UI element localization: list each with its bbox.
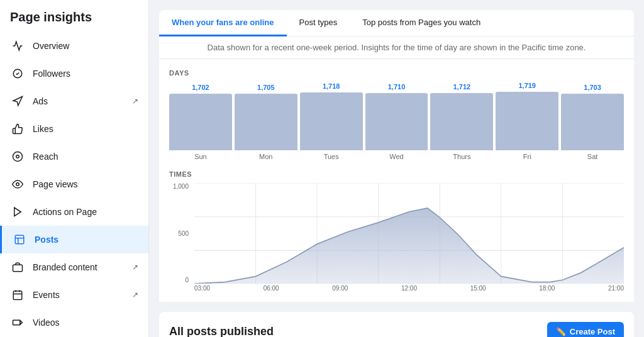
day-col-tues: 1,718 Tues <box>300 82 363 160</box>
sidebar-item-reach[interactable]: Reach <box>0 143 148 170</box>
day-bar <box>496 92 558 150</box>
day-bar <box>561 94 624 150</box>
svg-marker-12 <box>20 321 23 325</box>
day-count: 1,703 <box>584 84 601 91</box>
posts-section-title: All posts published <box>169 325 274 337</box>
sidebar-item-ads[interactable]: Ads ↗ <box>0 87 148 115</box>
chart-icon <box>10 38 25 53</box>
x-axis-label: 21:00 <box>608 285 624 292</box>
likes-icon <box>10 121 25 136</box>
tabs-container: When your fans are onlinePost typesTop p… <box>159 10 634 36</box>
svg-point-2 <box>16 183 19 186</box>
sidebar-item-videos[interactable]: Videos <box>0 309 148 336</box>
sidebar-title: Page insights <box>0 0 148 32</box>
day-col-fri: 1,719 Fri <box>496 82 558 160</box>
sidebar-item-followers[interactable]: Followers <box>0 60 148 87</box>
x-axis-label: 09:00 <box>332 285 348 292</box>
events-icon <box>10 287 25 302</box>
sidebar-item-page-views[interactable]: Page views <box>0 170 148 198</box>
create-post-button[interactable]: ✏️ Create Post <box>547 322 624 337</box>
sidebar: Page insights Overview Followers Ads ↗ L… <box>0 0 149 337</box>
tab-when-fans-online[interactable]: When your fans are online <box>159 10 287 36</box>
followers-icon <box>10 66 25 81</box>
sidebar-item-label: Events <box>33 290 60 300</box>
external-link-icon: ↗ <box>132 263 138 272</box>
sidebar-item-overview[interactable]: Overview <box>0 32 148 60</box>
y-axis: 1,000 500 0 <box>169 183 191 284</box>
x-axis-label: 15:00 <box>470 285 486 292</box>
tab-top-posts[interactable]: Top posts from Pages you watch <box>350 10 493 36</box>
day-count: 1,718 <box>323 82 340 90</box>
videos-icon <box>10 315 25 330</box>
reach-icon <box>10 149 25 164</box>
day-col-sun: 1,702 Sun <box>169 84 232 160</box>
sidebar-item-label: Likes <box>33 124 53 134</box>
x-axis-label: 06:00 <box>264 285 279 292</box>
cursor-icon <box>10 204 25 219</box>
svg-point-0 <box>13 152 23 162</box>
day-name: Thurs <box>453 153 470 160</box>
pencil-icon: ✏️ <box>556 327 566 336</box>
svg-rect-3 <box>15 235 24 244</box>
sidebar-item-actions-on-page[interactable]: Actions on Page <box>0 198 148 226</box>
chart-section: DAYS 1,702 Sun 1,705 Mon 1,718 Tues 1,71… <box>159 59 634 302</box>
x-axis-label: 12:00 <box>401 285 417 292</box>
eye-icon <box>10 177 25 192</box>
day-col-sat: 1,703 Sat <box>561 84 624 160</box>
info-bar: Data shown for a recent one-week period.… <box>159 36 634 59</box>
posts-icon <box>12 232 27 247</box>
sidebar-item-branded-content[interactable]: Branded content ↗ <box>0 253 148 281</box>
day-col-wed: 1,710 Wed <box>365 83 428 160</box>
day-col-mon: 1,705 Mon <box>235 84 297 160</box>
sidebar-item-label: Overview <box>33 41 69 51</box>
sidebar-item-label: Reach <box>33 152 58 162</box>
sidebar-item-label: Actions on Page <box>33 207 97 217</box>
days-label: DAYS <box>169 69 624 77</box>
tab-post-types[interactable]: Post types <box>287 10 350 36</box>
days-chart: 1,702 Sun 1,705 Mon 1,718 Tues 1,710 Wed… <box>169 82 624 160</box>
day-count: 1,712 <box>453 83 471 91</box>
day-count: 1,705 <box>257 84 275 91</box>
day-count: 1,702 <box>192 84 209 91</box>
posts-header: All posts published ✏️ Create Post <box>159 312 634 337</box>
sidebar-item-events[interactable]: Events ↗ <box>0 281 148 309</box>
sidebar-item-label: Page views <box>33 179 78 189</box>
day-name: Mon <box>259 153 272 160</box>
day-name: Fri <box>523 153 531 160</box>
x-axis-label: 18:00 <box>539 285 555 292</box>
sidebar-item-label: Videos <box>33 318 60 328</box>
day-bar <box>169 94 232 150</box>
day-count: 1,710 <box>388 83 406 91</box>
posts-section: All posts published ✏️ Create Post Reach… <box>159 312 634 337</box>
day-col-thurs: 1,712 Thurs <box>430 83 493 160</box>
x-axis-label: 03:00 <box>194 285 210 292</box>
day-name: Sun <box>194 153 207 160</box>
sidebar-item-label: Ads <box>33 96 48 106</box>
area-chart-svg <box>194 183 624 284</box>
day-name: Tues <box>324 153 339 160</box>
times-label: TIMES <box>169 170 624 178</box>
sidebar-item-posts[interactable]: Posts <box>0 226 148 253</box>
external-link-icon: ↗ <box>132 290 138 299</box>
external-link-icon: ↗ <box>132 97 138 106</box>
day-bar <box>235 94 297 150</box>
ads-icon <box>10 94 25 109</box>
area-chart-inner <box>194 183 624 284</box>
area-chart: 1,000 500 0 <box>169 183 624 284</box>
branded-icon <box>10 260 25 275</box>
svg-rect-11 <box>13 320 20 325</box>
svg-rect-6 <box>13 265 23 272</box>
day-bar <box>430 93 493 150</box>
sidebar-item-label: Posts <box>35 235 58 245</box>
day-name: Wed <box>389 153 403 160</box>
sidebar-item-likes[interactable]: Likes <box>0 115 148 143</box>
day-count: 1,719 <box>518 82 536 89</box>
main-content: When your fans are onlinePost typesTop p… <box>149 0 644 337</box>
day-bar <box>300 92 363 150</box>
day-bar <box>365 93 428 150</box>
svg-point-1 <box>16 155 19 158</box>
sidebar-item-label: Followers <box>33 69 70 79</box>
sidebar-item-label: Branded content <box>33 262 97 272</box>
x-axis: 03:0006:0009:0012:0015:0018:0021:00 <box>194 285 624 292</box>
day-name: Sat <box>587 153 598 160</box>
